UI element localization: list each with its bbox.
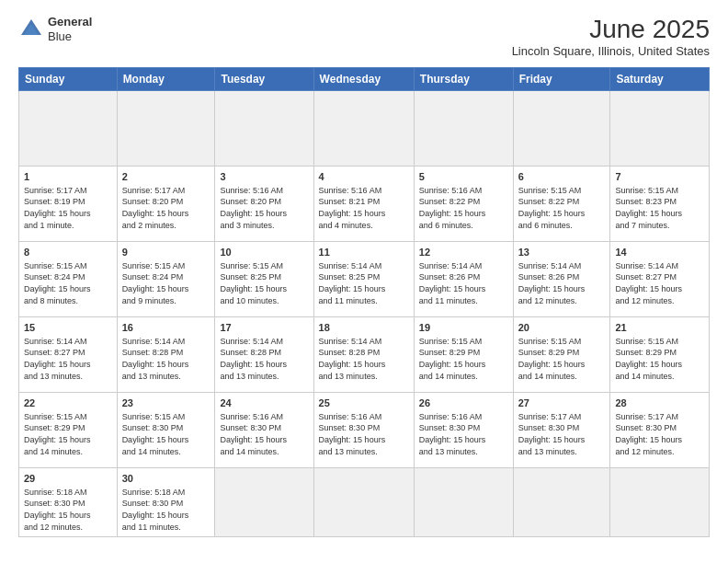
- calendar-cell: [215, 91, 313, 167]
- day-info: Sunrise: 5:16 AM Sunset: 8:30 PM Dayligh…: [319, 411, 409, 457]
- col-header-monday: Monday: [117, 68, 215, 91]
- day-number: 26: [419, 396, 508, 410]
- calendar-cell: 18Sunrise: 5:14 AM Sunset: 8:28 PM Dayli…: [313, 317, 414, 393]
- col-header-thursday: Thursday: [414, 68, 513, 91]
- day-number: 18: [319, 321, 409, 335]
- day-number: 30: [122, 472, 210, 486]
- week-row-0: [19, 91, 710, 167]
- day-number: 23: [122, 396, 210, 410]
- calendar-cell: 16Sunrise: 5:14 AM Sunset: 8:28 PM Dayli…: [117, 317, 215, 393]
- calendar-cell: 23Sunrise: 5:15 AM Sunset: 8:30 PM Dayli…: [117, 393, 215, 468]
- logo-icon: [18, 17, 44, 42]
- day-info: Sunrise: 5:14 AM Sunset: 8:28 PM Dayligh…: [220, 336, 308, 382]
- calendar-cell: 20Sunrise: 5:15 AM Sunset: 8:29 PM Dayli…: [513, 317, 610, 393]
- day-info: Sunrise: 5:14 AM Sunset: 8:26 PM Dayligh…: [419, 260, 508, 306]
- day-info: Sunrise: 5:18 AM Sunset: 8:30 PM Dayligh…: [24, 487, 112, 533]
- day-info: Sunrise: 5:14 AM Sunset: 8:28 PM Dayligh…: [319, 336, 409, 382]
- calendar-table: SundayMondayTuesdayWednesdayThursdayFrid…: [18, 67, 710, 537]
- day-info: Sunrise: 5:15 AM Sunset: 8:29 PM Dayligh…: [518, 336, 606, 382]
- day-info: Sunrise: 5:14 AM Sunset: 8:26 PM Dayligh…: [518, 260, 606, 306]
- day-number: 16: [122, 321, 210, 335]
- col-header-wednesday: Wednesday: [313, 68, 414, 91]
- day-info: Sunrise: 5:14 AM Sunset: 8:25 PM Dayligh…: [319, 260, 409, 306]
- day-info: Sunrise: 5:15 AM Sunset: 8:29 PM Dayligh…: [615, 336, 704, 382]
- day-number: 25: [319, 396, 409, 410]
- day-number: 3: [220, 170, 308, 184]
- day-info: Sunrise: 5:15 AM Sunset: 8:22 PM Dayligh…: [518, 185, 606, 231]
- week-row-5: 29Sunrise: 5:18 AM Sunset: 8:30 PM Dayli…: [19, 468, 710, 537]
- week-row-1: 1Sunrise: 5:17 AM Sunset: 8:19 PM Daylig…: [19, 167, 710, 242]
- day-number: 14: [615, 246, 704, 259]
- day-number: 2: [122, 170, 210, 184]
- calendar-cell: 10Sunrise: 5:15 AM Sunset: 8:25 PM Dayli…: [215, 242, 313, 317]
- calendar-cell: [414, 91, 513, 167]
- calendar-cell: 9Sunrise: 5:15 AM Sunset: 8:24 PM Daylig…: [117, 242, 215, 317]
- calendar-cell: 21Sunrise: 5:15 AM Sunset: 8:29 PM Dayli…: [610, 317, 710, 393]
- calendar-cell: 12Sunrise: 5:14 AM Sunset: 8:26 PM Dayli…: [414, 242, 513, 317]
- day-info: Sunrise: 5:15 AM Sunset: 8:25 PM Dayligh…: [220, 260, 308, 306]
- calendar-cell: 28Sunrise: 5:17 AM Sunset: 8:30 PM Dayli…: [610, 393, 710, 468]
- calendar-cell: 13Sunrise: 5:14 AM Sunset: 8:26 PM Dayli…: [513, 242, 610, 317]
- calendar-cell: 26Sunrise: 5:16 AM Sunset: 8:30 PM Dayli…: [414, 393, 513, 468]
- calendar-cell: [215, 468, 313, 537]
- calendar-cell: 3Sunrise: 5:16 AM Sunset: 8:20 PM Daylig…: [215, 167, 313, 242]
- calendar-cell: [610, 468, 710, 537]
- calendar-cell: 25Sunrise: 5:16 AM Sunset: 8:30 PM Dayli…: [313, 393, 414, 468]
- calendar-cell: 19Sunrise: 5:15 AM Sunset: 8:29 PM Dayli…: [414, 317, 513, 393]
- day-number: 22: [24, 396, 112, 410]
- calendar-cell: 6Sunrise: 5:15 AM Sunset: 8:22 PM Daylig…: [513, 167, 610, 242]
- subtitle: Lincoln Square, Illinois, United States: [512, 44, 710, 58]
- logo: General Blue: [18, 15, 92, 43]
- calendar-cell: [19, 91, 118, 167]
- page: General Blue June 2025 Lincoln Square, I…: [0, 0, 728, 563]
- calendar-cell: 2Sunrise: 5:17 AM Sunset: 8:20 PM Daylig…: [117, 167, 215, 242]
- calendar-header-row: SundayMondayTuesdayWednesdayThursdayFrid…: [19, 68, 710, 91]
- calendar-cell: [313, 91, 414, 167]
- day-info: Sunrise: 5:16 AM Sunset: 8:22 PM Dayligh…: [419, 185, 508, 231]
- day-number: 13: [518, 246, 606, 259]
- day-info: Sunrise: 5:15 AM Sunset: 8:30 PM Dayligh…: [122, 411, 210, 457]
- day-number: 15: [24, 321, 112, 335]
- day-info: Sunrise: 5:15 AM Sunset: 8:24 PM Dayligh…: [122, 260, 210, 306]
- calendar-cell: 11Sunrise: 5:14 AM Sunset: 8:25 PM Dayli…: [313, 242, 414, 317]
- day-info: Sunrise: 5:16 AM Sunset: 8:30 PM Dayligh…: [419, 411, 508, 457]
- col-header-friday: Friday: [513, 68, 610, 91]
- calendar-cell: [513, 468, 610, 537]
- calendar-cell: 14Sunrise: 5:14 AM Sunset: 8:27 PM Dayli…: [610, 242, 710, 317]
- day-number: 1: [24, 170, 112, 184]
- day-number: 10: [220, 246, 308, 259]
- calendar-cell: 22Sunrise: 5:15 AM Sunset: 8:29 PM Dayli…: [19, 393, 118, 468]
- col-header-sunday: Sunday: [19, 68, 118, 91]
- calendar-cell: [513, 91, 610, 167]
- header: General Blue June 2025 Lincoln Square, I…: [18, 15, 710, 58]
- calendar-cell: 30Sunrise: 5:18 AM Sunset: 8:30 PM Dayli…: [117, 468, 215, 537]
- week-row-2: 8Sunrise: 5:15 AM Sunset: 8:24 PM Daylig…: [19, 242, 710, 317]
- day-info: Sunrise: 5:17 AM Sunset: 8:19 PM Dayligh…: [24, 185, 112, 231]
- logo-text: General Blue: [48, 15, 92, 43]
- calendar-cell: 27Sunrise: 5:17 AM Sunset: 8:30 PM Dayli…: [513, 393, 610, 468]
- title-block: June 2025 Lincoln Square, Illinois, Unit…: [512, 15, 710, 58]
- day-info: Sunrise: 5:15 AM Sunset: 8:29 PM Dayligh…: [419, 336, 508, 382]
- day-info: Sunrise: 5:14 AM Sunset: 8:27 PM Dayligh…: [24, 336, 112, 382]
- day-info: Sunrise: 5:15 AM Sunset: 8:23 PM Dayligh…: [615, 185, 704, 231]
- calendar-cell: 8Sunrise: 5:15 AM Sunset: 8:24 PM Daylig…: [19, 242, 118, 317]
- day-number: 12: [419, 246, 508, 259]
- calendar-cell: 24Sunrise: 5:16 AM Sunset: 8:30 PM Dayli…: [215, 393, 313, 468]
- day-info: Sunrise: 5:15 AM Sunset: 8:29 PM Dayligh…: [24, 411, 112, 457]
- calendar-cell: [313, 468, 414, 537]
- day-number: 9: [122, 246, 210, 259]
- day-number: 28: [615, 396, 704, 410]
- day-number: 8: [24, 246, 112, 259]
- day-number: 6: [518, 170, 606, 184]
- day-info: Sunrise: 5:16 AM Sunset: 8:30 PM Dayligh…: [220, 411, 308, 457]
- day-number: 20: [518, 321, 606, 335]
- day-info: Sunrise: 5:18 AM Sunset: 8:30 PM Dayligh…: [122, 487, 210, 533]
- day-number: 24: [220, 396, 308, 410]
- week-row-4: 22Sunrise: 5:15 AM Sunset: 8:29 PM Dayli…: [19, 393, 710, 468]
- week-row-3: 15Sunrise: 5:14 AM Sunset: 8:27 PM Dayli…: [19, 317, 710, 393]
- day-info: Sunrise: 5:14 AM Sunset: 8:28 PM Dayligh…: [122, 336, 210, 382]
- calendar-cell: 5Sunrise: 5:16 AM Sunset: 8:22 PM Daylig…: [414, 167, 513, 242]
- calendar-cell: [610, 91, 710, 167]
- day-number: 27: [518, 396, 606, 410]
- day-number: 11: [319, 246, 409, 259]
